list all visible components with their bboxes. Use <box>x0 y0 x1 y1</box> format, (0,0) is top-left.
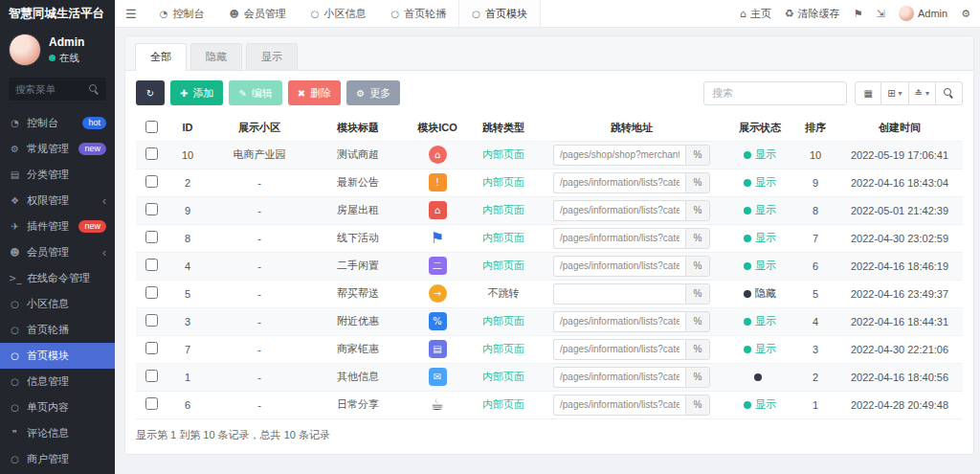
sidebar-item-merchant[interactable]: ○ 商户管理 <box>0 446 115 472</box>
columns-toggle-button[interactable]: ⊞▾ <box>881 81 908 105</box>
jump-url-input[interactable] <box>553 256 685 277</box>
link-button[interactable]: % <box>685 311 710 332</box>
search-icon[interactable] <box>89 84 100 95</box>
row-checkbox[interactable] <box>145 370 158 382</box>
status-badge[interactable]: 显示 <box>744 175 776 190</box>
link-button[interactable]: % <box>685 228 710 249</box>
status-badge[interactable] <box>754 373 766 381</box>
select-all-checkbox[interactable] <box>145 121 158 133</box>
add-button[interactable]: ✚添加 <box>170 80 223 105</box>
avatar[interactable] <box>9 34 41 66</box>
checkbox-cell <box>136 252 167 280</box>
link-button[interactable]: % <box>685 172 710 193</box>
status-badge[interactable]: 显示 <box>744 203 776 217</box>
link-button[interactable]: % <box>685 395 710 416</box>
sidebar-item-general[interactable]: ⚙ 常规管理 new <box>0 136 115 162</box>
jump-url-input[interactable] <box>553 200 685 221</box>
tab-carousel[interactable]: ○ 首页轮播 <box>379 0 459 27</box>
sidebar-item-category[interactable]: ▤ 分类管理 <box>0 162 115 188</box>
delete-button[interactable]: ✖删除 <box>288 80 341 105</box>
link-button[interactable]: % <box>685 367 710 388</box>
tab-community[interactable]: ○ 小区信息 <box>299 0 379 27</box>
hamburger-icon[interactable]: ☰ <box>115 0 147 27</box>
status-badge[interactable]: 显示 <box>744 397 776 412</box>
refresh-icon: ↻ <box>146 88 154 99</box>
column-header[interactable]: 展示小区 <box>209 115 310 141</box>
clear-cache-button[interactable]: ♻ 清除缓存 <box>785 7 840 21</box>
sidebar-item-permission[interactable]: ❖ 权限管理 ‹ <box>0 188 115 214</box>
export-button[interactable]: ≛▾ <box>909 81 936 105</box>
link-icon: % <box>694 344 702 354</box>
admin-menu[interactable]: Admin <box>899 6 947 21</box>
row-checkbox[interactable] <box>145 259 158 271</box>
link-button[interactable]: % <box>685 256 710 277</box>
status-badge[interactable]: 显示 <box>744 231 776 245</box>
sidebar-item-community[interactable]: ○ 小区信息 <box>0 291 115 317</box>
row-checkbox[interactable] <box>145 147 158 160</box>
jump-url-input[interactable] <box>553 367 685 388</box>
sidebar-item-command[interactable]: >_ 在线命令管理 <box>0 265 115 291</box>
sidebar-item-console[interactable]: ◔ 控制台 hot <box>0 110 115 136</box>
table-search-input[interactable] <box>703 81 847 105</box>
status-badge[interactable]: 显示 <box>744 342 776 356</box>
status-badge[interactable]: 显示 <box>744 147 776 162</box>
row-checkbox[interactable] <box>145 397 158 410</box>
search-toggle-button[interactable] <box>936 81 963 105</box>
link-button[interactable]: % <box>685 339 710 360</box>
sidebar-item-home-module[interactable]: ○ 首页模块 <box>0 343 115 369</box>
link-icon: % <box>694 177 702 188</box>
row-checkbox[interactable] <box>145 231 158 243</box>
jump-url-input[interactable] <box>553 228 685 249</box>
sidebar-item-info[interactable]: ○ 信息管理 <box>0 369 115 395</box>
sidebar-item-comment[interactable]: ❞ 评论信息 <box>0 420 115 446</box>
fullscreen-icon[interactable]: ⇲ <box>877 8 885 20</box>
jump-url-input[interactable] <box>553 172 685 193</box>
column-header[interactable]: 排序 <box>794 115 836 141</box>
status-badge[interactable]: 显示 <box>744 314 776 328</box>
column-header[interactable]: 跳转地址 <box>538 115 725 141</box>
row-checkbox[interactable] <box>145 175 158 188</box>
tab-home-module[interactable]: ○ 首页模块 <box>458 0 541 27</box>
column-header[interactable]: 创建时间 <box>836 115 963 141</box>
jump-url-input[interactable] <box>553 283 685 305</box>
tab-member[interactable]: ☻ 会员管理 <box>216 0 298 27</box>
sort-cell: 5 <box>794 280 836 307</box>
column-header[interactable]: 展示状态 <box>725 115 794 141</box>
sidebar-item-plugin[interactable]: ✈ 插件管理 new <box>0 214 115 239</box>
gear-icon[interactable]: ⚙ <box>961 8 970 20</box>
sidebar-item-page[interactable]: ○ 单页内容 <box>0 395 115 420</box>
tab-console[interactable]: ◔ 控制台 <box>147 0 217 27</box>
tab-shown[interactable]: 显示 <box>246 43 298 70</box>
sidebar-item-member[interactable]: ☻ 会员管理 ‹ <box>0 239 115 265</box>
column-header[interactable]: ID <box>167 115 209 141</box>
sidebar-item-carousel[interactable]: ○ 首页轮播 <box>0 317 115 343</box>
tab-hidden[interactable]: 隐藏 <box>190 43 242 70</box>
home-link[interactable]: ⌂ 主页 <box>740 7 771 21</box>
link-button[interactable]: % <box>685 200 710 221</box>
status-badge[interactable]: 隐藏 <box>744 286 776 301</box>
sort-cell: 8 <box>794 196 836 224</box>
tab-all[interactable]: 全部 <box>135 43 187 71</box>
column-header[interactable]: 模块标题 <box>310 115 406 141</box>
jump-url-input[interactable] <box>553 145 685 166</box>
row-checkbox[interactable] <box>145 203 158 215</box>
status-cell: 显示 <box>725 169 794 196</box>
jump-url-input[interactable] <box>553 311 685 332</box>
column-header[interactable]: 模块ICO <box>406 115 469 141</box>
row-checkbox[interactable] <box>145 342 158 354</box>
language-icon[interactable]: ⚑ <box>854 8 863 20</box>
fixed-columns-button[interactable]: ▦ <box>855 81 881 105</box>
id-cell: 4 <box>167 252 209 280</box>
row-checkbox[interactable] <box>145 286 158 299</box>
link-button[interactable]: % <box>685 145 710 166</box>
sidebar-search-input[interactable] <box>15 83 89 95</box>
column-header[interactable]: 跳转类型 <box>469 115 538 141</box>
row-checkbox[interactable] <box>145 314 158 327</box>
jump-url-input[interactable] <box>553 395 685 416</box>
link-button[interactable]: % <box>685 283 710 305</box>
status-badge[interactable]: 显示 <box>744 259 776 273</box>
edit-button[interactable]: ✎编辑 <box>229 80 281 105</box>
refresh-button[interactable]: ↻ <box>136 80 165 105</box>
more-button[interactable]: ⚙更多 <box>346 80 400 105</box>
jump-url-input[interactable] <box>553 339 685 360</box>
